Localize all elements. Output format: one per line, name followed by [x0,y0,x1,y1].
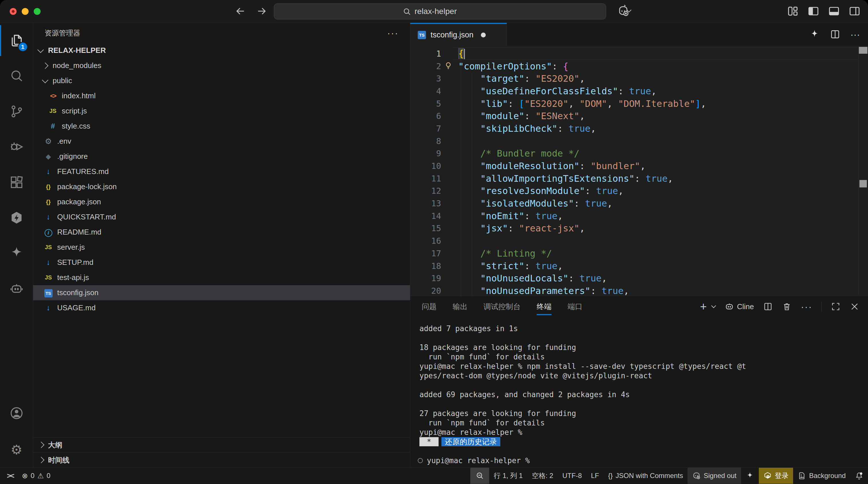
activity-extensions[interactable] [0,165,33,200]
info-file-icon: i [43,228,54,237]
tree-item-public[interactable]: public [33,73,410,88]
line-number: 7 [410,124,453,133]
toggle-secondary-sidebar-icon[interactable] [848,5,861,17]
tree-item-package-lock.json[interactable]: {}package-lock.json [33,179,410,194]
outline-section[interactable]: 大纲 [33,437,410,452]
tree-item-QUICKSTART.md[interactable]: ↓QUICKSTART.md [33,209,410,225]
tree-item-FEATURES.md[interactable]: ↓FEATURES.md [33,164,410,179]
timeline-section[interactable]: 时间线 [33,452,410,467]
file-name: tsconfig.json [57,288,99,297]
editor-scrollbar[interactable] [858,46,868,296]
activity-thunder-extension[interactable] [0,200,33,235]
copilot-status[interactable]: Signed out [688,468,741,484]
cursor-position[interactable]: 行 1, 列 1 [489,468,527,484]
tree-item-.env[interactable]: ⚙.env [33,134,410,149]
activity-bar: 1 [0,23,33,467]
search-input[interactable] [414,7,477,16]
close-panel-icon[interactable] [850,302,860,312]
indent-guide [472,72,472,296]
activity-explorer[interactable]: 1 [0,23,33,58]
zoom-status-item[interactable] [470,468,489,484]
split-terminal-icon[interactable] [763,302,773,312]
tree-item-USAGE.md[interactable]: ↓USAGE.md [33,300,410,316]
file-name: RELAX-HELPER [48,46,106,55]
tab-tsconfig[interactable]: TS tsconfig.json [410,23,507,46]
scrollbar-marker [860,180,867,187]
new-terminal-icon[interactable]: + [700,301,707,312]
tree-item-script.js[interactable]: JSscript.js [33,103,410,119]
trash-icon[interactable] [782,302,792,312]
more-actions-icon[interactable]: ··· [850,29,860,40]
md-file-icon: ↓ [43,258,54,267]
problems-indicator[interactable]: ⊗ 0 ⚠ 0 [22,472,50,480]
split-editor-icon[interactable] [830,29,841,40]
activity-run-debug[interactable] [0,129,33,165]
terminal-line [420,447,868,456]
back-arrow-icon[interactable] [235,5,246,17]
code-text: "skipLibCheck": true, [458,123,596,134]
tree-item-style.css[interactable]: #style.css [33,119,410,134]
indent-guide [461,60,461,296]
chevron-down-icon[interactable] [711,303,716,308]
toggle-primary-sidebar-icon[interactable] [807,5,819,17]
language-mode[interactable]: {} JSON with Comments [603,468,688,484]
toggle-panel-icon[interactable] [828,5,840,17]
sparkle-icon[interactable] [809,29,820,40]
notifications-bell[interactable] [850,468,868,484]
tab-label: tsconfig.json [431,31,473,39]
modified-dot-icon[interactable] [481,33,486,37]
background-status-item[interactable]: Background [793,468,850,484]
terminal-profile-cline[interactable]: Cline [724,302,754,312]
command-center-search[interactable] [274,3,606,20]
editor-tabs-bar: TS tsconfig.json ··· [410,23,868,46]
activity-search[interactable] [0,58,33,94]
code-text: "resolveJsonModule": true, [458,186,624,196]
activity-account[interactable] [0,396,33,432]
activity-source-control[interactable] [0,94,33,129]
zoom-window-button[interactable] [34,8,40,15]
maximize-panel-icon[interactable] [831,302,841,312]
tree-item-RELAX-HELPER[interactable]: RELAX-HELPER [33,43,410,58]
tree-item-server.js[interactable]: JSserver.js [33,240,410,255]
copilot-menu-button[interactable] [617,5,631,17]
terminal-line: * 还原的历史记录 [420,437,868,447]
sparkle-status-item[interactable] [741,468,759,484]
forward-arrow-icon[interactable] [256,5,268,17]
tree-item-node_modules[interactable]: node_modules [33,58,410,73]
panel-tab-终端[interactable]: 终端 [537,298,552,316]
command-decoration-icon[interactable] [418,458,423,463]
customize-layout-icon[interactable] [787,5,799,17]
encoding[interactable]: UTF-8 [558,468,586,484]
minimize-window-button[interactable] [22,8,29,15]
file-name: package.json [57,197,101,206]
more-actions-icon[interactable]: ··· [801,301,812,312]
terminal-line: added 69 packages, and changed 2 package… [420,390,868,399]
text-cursor [464,49,465,59]
tree-item-package.json[interactable]: {}package.json [33,194,410,209]
tree-item-SETUP.md[interactable]: ↓SETUP.md [33,255,410,270]
panel-tab-问题[interactable]: 问题 [422,298,437,316]
tree-item-test-api.js[interactable]: JStest-api.js [33,270,410,285]
remote-indicator-icon[interactable]: >< [7,472,13,480]
activity-settings[interactable]: ⚙ [0,432,33,467]
tree-item-index.html[interactable]: <>index.html [33,88,410,103]
tree-item-.gitignore[interactable]: ◆.gitignore [33,149,410,164]
panel-tab-调试控制台[interactable]: 调试控制台 [484,298,521,316]
tree-item-README.md[interactable]: iREADME.md [33,225,410,240]
eol[interactable]: LF [586,468,603,484]
activity-cline-extension[interactable] [0,271,33,306]
close-window-button[interactable] [10,8,17,15]
more-actions-icon[interactable]: ··· [387,27,399,39]
file-name: QUICKSTART.md [57,213,116,221]
activity-sparkle-extension[interactable] [0,235,33,271]
tree-item-tsconfig.json[interactable]: TStsconfig.json [33,285,410,300]
code-editor[interactable]: 1{2"compilerOptions": {3 "target": "ES20… [410,46,868,296]
panel-tab-端口[interactable]: 端口 [567,298,582,316]
typescript-file-icon: TS [418,31,426,39]
login-status-item[interactable]: 登录 [759,468,793,484]
terminal[interactable]: added 7 packages in 1s18 packages are lo… [410,317,868,467]
panel-tab-输出[interactable]: 输出 [453,298,467,316]
indentation[interactable]: 空格: 2 [527,468,558,484]
bottom-panel: 问题输出调试控制台终端端口 + Cline [410,296,868,467]
lightbulb-icon[interactable] [444,61,453,72]
